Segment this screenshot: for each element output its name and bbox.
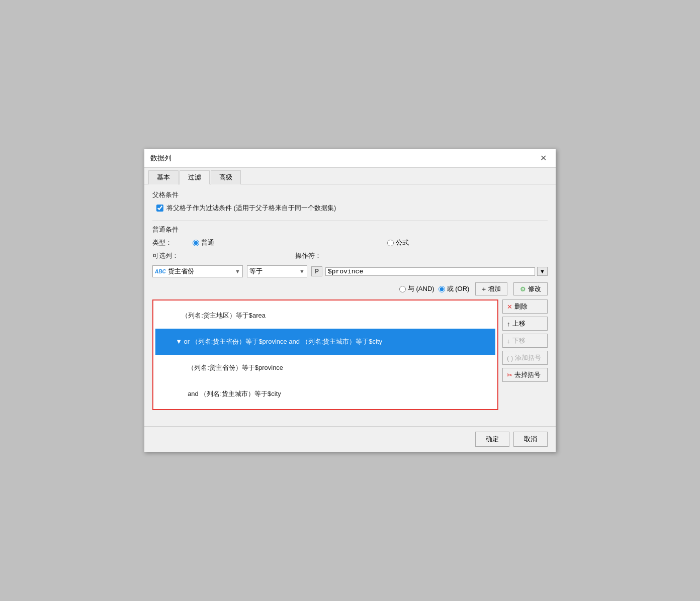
- column-dropdown-icon: ▼: [235, 268, 240, 274]
- value-text: $province: [328, 268, 363, 275]
- field-values-row: ABC 货主省份 ▼ 等于 ▼ P $province ▼: [152, 265, 548, 277]
- operator-label: 操作符：: [295, 251, 325, 260]
- cancel-button[interactable]: 取消: [513, 432, 548, 447]
- tab-filter[interactable]: 过滤: [180, 170, 210, 184]
- main-dialog: 数据列 ✕ 基本 过滤 高级 父格条件 将父格子作为过滤条件 (适用于父子格来自…: [144, 149, 556, 452]
- remove-paren-icon: ✂: [507, 371, 512, 379]
- footer: 确定 取消: [144, 426, 556, 452]
- type-label: 类型：: [152, 238, 193, 247]
- radio-normal[interactable]: 普通: [193, 238, 214, 247]
- add-paren-icon: ( ): [507, 354, 513, 362]
- divider-1: [152, 221, 548, 221]
- add-button[interactable]: + 增加: [475, 282, 507, 295]
- parent-checkbox[interactable]: [156, 205, 163, 212]
- radio-or[interactable]: 或 (OR): [439, 284, 470, 293]
- close-button[interactable]: ✕: [537, 153, 550, 163]
- tab-basic[interactable]: 基本: [148, 170, 179, 184]
- general-section-title: 普通条件: [152, 225, 548, 234]
- move-up-button[interactable]: ↑ 上移: [502, 317, 548, 331]
- expand-arrow: ▼: [176, 338, 184, 345]
- parent-section-title: 父格条件: [152, 190, 548, 199]
- condition-line-3[interactable]: （列名:货主省份）等于$province: [155, 355, 495, 381]
- tab-advanced[interactable]: 高级: [211, 170, 241, 184]
- column-value: 货主省份: [168, 267, 235, 276]
- parent-checkbox-label: 将父格子作为过滤条件 (适用于父子格来自于同一个数据集): [166, 204, 336, 213]
- column-select[interactable]: ABC 货主省份 ▼: [152, 265, 243, 277]
- p-button[interactable]: P: [311, 266, 322, 276]
- operator-select[interactable]: 等于 ▼: [247, 265, 307, 277]
- type-radio-group: 普通 公式: [193, 238, 409, 247]
- value-container: $province: [325, 267, 535, 276]
- abc-icon: ABC: [155, 269, 166, 274]
- logic-row: 与 (AND) 或 (OR) + 增加 ⚙ 修改: [152, 282, 548, 295]
- plus-icon: +: [482, 285, 486, 293]
- dialog-title: 数据列: [150, 154, 171, 163]
- condition-line-2[interactable]: ▼ or （列名:货主省份）等于$province and （列名:货主城市）等…: [155, 329, 495, 355]
- delete-button[interactable]: ✕ 删除: [502, 299, 548, 314]
- parent-condition-row: 将父格子作为过滤条件 (适用于父子格来自于同一个数据集): [152, 204, 548, 213]
- delete-icon: ✕: [507, 303, 512, 311]
- title-bar: 数据列 ✕: [144, 149, 556, 168]
- move-down-button[interactable]: ↓ 下移: [502, 334, 548, 348]
- radio-formula[interactable]: 公式: [387, 238, 409, 247]
- modify-button[interactable]: ⚙ 修改: [513, 282, 548, 295]
- tab-bar: 基本 过滤 高级: [144, 168, 556, 184]
- column-label: 可选列：: [152, 251, 193, 260]
- down-arrow-icon: ↓: [507, 337, 510, 345]
- type-row: 类型： 普通 公式: [152, 238, 548, 247]
- conditions-panel[interactable]: （列名:货主地区）等于$area ▼ or （列名:货主省份）等于$provin…: [152, 299, 498, 410]
- condition-line-4[interactable]: and （列名:货主城市）等于$city: [155, 381, 495, 407]
- confirm-button[interactable]: 确定: [475, 432, 509, 447]
- conditions-area: （列名:货主地区）等于$area ▼ or （列名:货主省份）等于$provin…: [152, 299, 548, 415]
- logic-group: 与 (AND) 或 (OR): [399, 284, 470, 293]
- operator-value: 等于: [249, 267, 299, 276]
- radio-and[interactable]: 与 (AND): [399, 284, 434, 293]
- remove-parens-button[interactable]: ✂ 去掉括号: [502, 368, 548, 382]
- field-labels-row: 可选列： 操作符：: [152, 251, 548, 260]
- condition-line-1[interactable]: （列名:货主地区）等于$area: [155, 303, 495, 329]
- add-parens-button[interactable]: ( ) 添加括号: [502, 351, 548, 365]
- up-arrow-icon: ↑: [507, 320, 510, 328]
- value-dropdown-arrow[interactable]: ▼: [537, 267, 548, 276]
- tab-content: 父格条件 将父格子作为过滤条件 (适用于父子格来自于同一个数据集) 普通条件 类…: [144, 184, 556, 426]
- operator-dropdown-icon: ▼: [299, 268, 305, 274]
- side-buttons: ✕ 删除 ↑ 上移 ↓ 下移 ( ) 添加括号 ✂ 去掉括号: [502, 299, 548, 415]
- gear-icon: ⚙: [520, 285, 526, 293]
